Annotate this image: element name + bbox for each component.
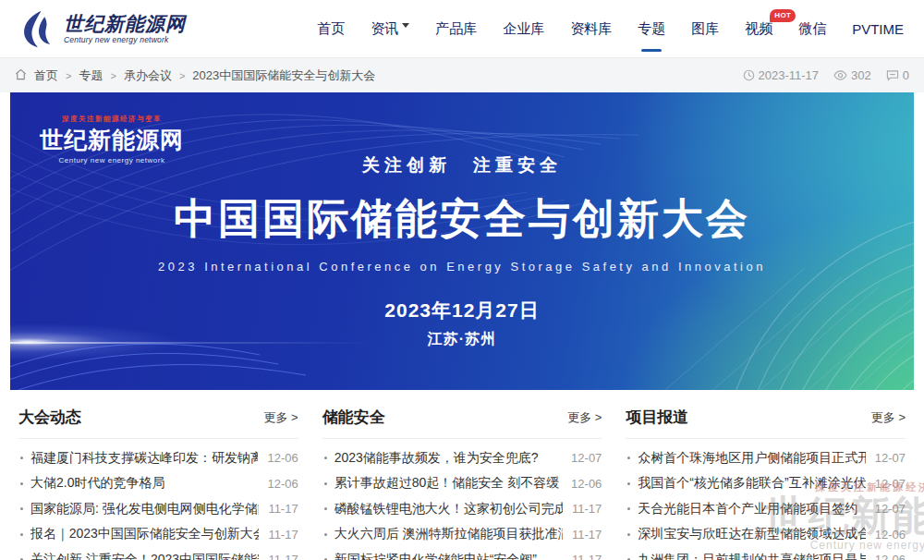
nav-item-news[interactable]: 资讯	[371, 20, 409, 38]
news-date: 11-17	[268, 502, 298, 516]
nav-item-gallery[interactable]: 图库	[691, 20, 719, 38]
banner-logo-title: 世纪新能源网	[40, 125, 184, 155]
eye-icon	[833, 69, 847, 81]
comment-count: 0	[886, 68, 909, 82]
news-link[interactable]: 大火六周后 澳洲特斯拉储能项目获批准满负荷运	[334, 526, 563, 542]
bullet-dot	[627, 457, 630, 459]
list-item: 我国首个“核光储多能联合”互补滩涂光伏并网12-07	[626, 471, 906, 497]
news-link[interactable]: 报名｜2023中国国际储能安全与创新大会	[30, 526, 259, 542]
news-link[interactable]: 国家能源局: 强化发电侧电网侧电化学储能电站安	[30, 501, 259, 517]
top-header: 世纪新能源网 Century new energy network 首页 资讯 …	[0, 0, 924, 57]
news-link[interactable]: 我国首个“核光储多能联合”互补滩涂光伏并网	[638, 475, 865, 492]
bullet-dot	[20, 457, 23, 459]
news-link[interactable]: 福建厦门科技支撑碳达峰印发：研发钠离子、锂	[30, 450, 258, 467]
news-link[interactable]: 新国标拧紧电化学储能电站“安全阀”	[334, 552, 563, 560]
news-link[interactable]: 关注创新 注重安全！2023中国国际储能安全与	[30, 552, 259, 560]
column-title: 项目报道	[626, 407, 688, 428]
divider	[322, 438, 602, 439]
breadcrumb-current[interactable]: 2023中国国际储能安全与创新大会	[192, 67, 375, 84]
list-item: 新国标拧紧电化学储能电站“安全阀”11-17	[322, 547, 602, 560]
breadcrumb: 首页 > 专题 > 承办会议 > 2023中国国际储能安全与创新大会	[15, 67, 375, 84]
nav-item-home[interactable]: 首页	[317, 20, 345, 38]
news-link[interactable]: 累计事故超过80起！储能安全 刻不容缓！	[334, 475, 562, 492]
column-title: 大会动态	[18, 407, 81, 428]
home-icon	[15, 68, 27, 83]
view-count: 302	[833, 68, 871, 82]
bullet-dot	[324, 533, 327, 536]
column-title: 储能安全	[322, 407, 385, 428]
breadcrumb-bar: 首页 > 专题 > 承办会议 > 2023中国国际储能安全与创新大会 2023-…	[0, 57, 924, 92]
news-date: 11-17	[268, 528, 298, 542]
site-title: 世纪新能源网	[64, 14, 186, 34]
news-date: 12-06	[267, 477, 298, 491]
breadcrumb-conference[interactable]: 承办会议	[124, 67, 172, 84]
list-item: 大火六周后 澳洲特斯拉储能项目获批准满负荷运11-17	[322, 522, 602, 548]
news-date: 12-07	[875, 477, 906, 491]
news-date: 12-07	[875, 502, 906, 516]
more-link[interactable]: 更多 >	[567, 409, 602, 426]
news-date: 12-06	[571, 477, 602, 491]
breadcrumb-home[interactable]: 首页	[34, 67, 58, 84]
list-item: 深圳宝安与欣旺达在新型储能领域达成合作12-06	[626, 522, 906, 548]
news-date: 11-17	[268, 553, 298, 560]
news-link[interactable]: 众树首个珠海地区用户侧储能项目正式开工！	[638, 450, 865, 467]
news-link[interactable]: 大储2.0时代的竞争格局	[30, 475, 258, 492]
banner-subtitle-en: 2023 International Conference on Energy …	[10, 260, 914, 274]
list-item: 大储2.0时代的竞争格局12-06	[18, 471, 298, 497]
more-link[interactable]: 更多 >	[871, 409, 906, 426]
bullet-dot	[20, 533, 23, 536]
list-item: 磷酸锰铁锂电池大火！这家初创公司完成逾亿元11-17	[322, 496, 602, 522]
site-subtitle: Century new energy network	[64, 36, 186, 44]
nav-item-wechat[interactable]: 微信	[798, 20, 826, 38]
bullet-dot	[324, 507, 327, 510]
banner-title: 中国国际储能安全与创新大会	[10, 191, 914, 247]
list-item: 累计事故超过80起！储能安全 刻不容缓！12-06	[322, 471, 602, 497]
news-date: 11-17	[572, 528, 602, 542]
bullet-dot	[20, 482, 23, 485]
nav-item-companies[interactable]: 企业库	[503, 20, 544, 38]
comment-icon	[886, 69, 899, 81]
main-nav: 首页 资讯 产品库 企业库 资料库 专题 图库 视频HOT 微信 PVTIME	[317, 20, 915, 38]
list-item: 关注创新 注重安全！2023中国国际储能安全与11-17	[18, 547, 298, 560]
banner-date: 2023年12月27日	[10, 298, 914, 323]
list-item: 福建厦门科技支撑碳达峰印发：研发钠离子、锂12-06	[18, 445, 298, 471]
nav-item-pvtime[interactable]: PVTIME	[852, 21, 904, 37]
divider	[18, 438, 298, 439]
news-link[interactable]: 九洲集团：目前规划的共享储能项目是与国电投	[638, 552, 865, 560]
nav-item-materials[interactable]: 资料库	[570, 20, 612, 38]
column-conference-news: 大会动态 更多 > 福建厦门科技支撑碳达峰印发：研发钠离子、锂12-06 大储2…	[18, 407, 298, 560]
list-item: 九洲集团：目前规划的共享储能项目是与国电投12-06	[626, 547, 906, 560]
news-link[interactable]: 磷酸锰铁锂电池大火！这家初创公司完成逾亿元	[334, 501, 563, 517]
banner-logo-tagline: 深度关注新能源经济与变革	[40, 115, 184, 124]
bullet-dot	[627, 482, 630, 485]
news-link[interactable]: 天合光能日本首个产业用储能项目签约	[638, 501, 865, 517]
bullet-dot	[627, 507, 630, 510]
list-item: 众树首个珠海地区用户侧储能项目正式开工！12-07	[626, 445, 906, 471]
bullet-dot	[324, 482, 327, 485]
column-project-reports: 项目报道 更多 > 众树首个珠海地区用户侧储能项目正式开工！12-07 我国首个…	[626, 407, 906, 560]
nav-item-video[interactable]: 视频HOT	[745, 20, 772, 38]
list-item: 报名｜2023中国国际储能安全与创新大会11-17	[18, 522, 298, 548]
conference-banner[interactable]: 深度关注新能源经济与变革 世纪新能源网 Century new energy n…	[10, 92, 914, 390]
breadcrumb-separator: >	[179, 70, 185, 81]
site-logo[interactable]: 世纪新能源网 Century new energy network	[17, 8, 186, 49]
news-date: 11-17	[572, 502, 602, 516]
news-date: 12-06	[875, 553, 906, 560]
banner-location: 江苏·苏州	[10, 330, 914, 349]
news-link[interactable]: 2023储能事故频发，谁为安全兜底?	[334, 450, 562, 467]
breadcrumb-separator: >	[66, 70, 71, 81]
nav-item-topics[interactable]: 专题	[638, 20, 665, 38]
breadcrumb-topics[interactable]: 专题	[79, 67, 103, 84]
more-link[interactable]: 更多 >	[263, 409, 298, 426]
publish-date: 2023-11-17	[743, 68, 820, 82]
article-meta: 2023-11-17 302 0	[743, 68, 909, 82]
news-section: 大会动态 更多 > 福建厦门科技支撑碳达峰印发：研发钠离子、锂12-06 大储2…	[0, 390, 924, 560]
divider	[626, 438, 906, 439]
clock-icon	[743, 69, 755, 81]
flame-logo-icon	[17, 8, 57, 49]
nav-item-products[interactable]: 产品库	[435, 20, 477, 38]
hot-badge: HOT	[770, 9, 796, 22]
bullet-dot	[324, 457, 327, 459]
news-link[interactable]: 深圳宝安与欣旺达在新型储能领域达成合作	[638, 526, 865, 542]
bullet-dot	[20, 507, 23, 510]
